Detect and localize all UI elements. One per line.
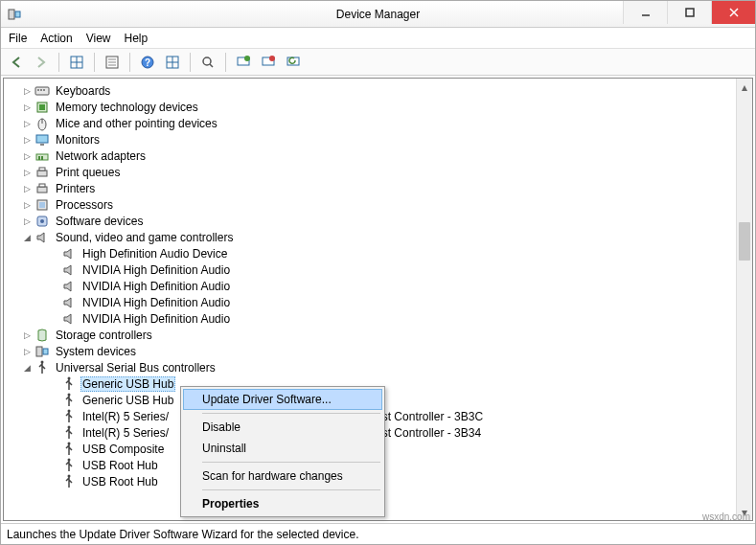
chip-icon — [34, 100, 50, 115]
update-driver-button[interactable] — [234, 53, 253, 72]
usb-icon — [61, 376, 77, 392]
details-button[interactable] — [163, 53, 182, 72]
menu-file[interactable]: File — [9, 32, 27, 45]
watermark: wsxdn.com — [702, 511, 750, 522]
back-button[interactable] — [7, 53, 26, 72]
context-uninstall[interactable]: Uninstall — [183, 438, 382, 459]
close-button[interactable] — [711, 1, 755, 24]
tree-label: Network adapters — [54, 149, 148, 163]
context-properties[interactable]: Properties — [183, 493, 382, 514]
tree-label: Generic USB Hub — [80, 394, 175, 407]
status-bar: Launches the Update Driver Software Wiza… — [1, 523, 755, 544]
scroll-up-button[interactable]: ▴ — [737, 79, 752, 95]
expand-icon[interactable]: ▷ — [21, 151, 33, 161]
expand-icon[interactable]: ▷ — [21, 347, 33, 356]
usb-icon — [61, 474, 77, 489]
scroll-thumb[interactable] — [739, 222, 750, 261]
tree-item-audio-device[interactable]: NVIDIA High Definition Audio — [4, 310, 736, 327]
tree-item-keyboards[interactable]: ▷Keyboards — [4, 82, 736, 99]
expand-icon[interactable]: ▷ — [21, 119, 33, 128]
context-update-driver[interactable]: Update Driver Software... — [183, 389, 382, 410]
tree-label: ost Controller - 3B3C — [376, 410, 483, 423]
monitor-icon — [34, 132, 50, 148]
maximize-button[interactable] — [667, 1, 711, 24]
scan-hardware-button[interactable] — [198, 53, 218, 72]
collapse-icon[interactable]: ◢ — [21, 233, 33, 242]
tree-item-mice[interactable]: ▷Mice and other pointing devices — [4, 115, 736, 131]
toolbar — [1, 49, 755, 76]
tree-label: Mice and other pointing devices — [54, 117, 219, 130]
tree-item-system[interactable]: ▷System devices — [4, 343, 736, 359]
tree-item-processors[interactable]: ▷Processors — [4, 196, 736, 213]
tree-label: Software devices — [54, 215, 145, 228]
tree-label: Storage controllers — [54, 329, 154, 342]
tree-item-printers[interactable]: ▷Printers — [4, 180, 736, 196]
expand-icon[interactable]: ▷ — [21, 184, 33, 193]
minimize-button[interactable] — [623, 1, 667, 24]
tree-item-storage[interactable]: ▷Storage controllers — [4, 327, 736, 343]
usb-icon — [61, 425, 77, 441]
tree-item-audio-device[interactable]: NVIDIA High Definition Audio — [4, 294, 736, 310]
speaker-icon — [61, 279, 77, 294]
vertical-scrollbar[interactable]: ▴ ▾ — [736, 79, 752, 520]
toolbar-separator — [190, 53, 191, 72]
tree-item-audio-device[interactable]: NVIDIA High Definition Audio — [4, 261, 736, 278]
expand-icon[interactable]: ▷ — [21, 216, 33, 226]
tree-item-printqueues[interactable]: ▷Print queues — [4, 164, 736, 180]
expand-icon[interactable]: ▷ — [21, 86, 33, 96]
tree-item-monitors[interactable]: ▷Monitors — [4, 131, 736, 148]
usb-icon — [34, 360, 50, 375]
forward-button[interactable] — [32, 53, 51, 72]
tree-item-usb[interactable]: ◢Universal Serial Bus controllers — [4, 359, 736, 375]
menu-help[interactable]: Help — [125, 32, 149, 45]
toolbar-separator — [129, 53, 130, 72]
expand-icon[interactable]: ▷ — [21, 168, 33, 177]
tree-label: Generic USB Hub — [80, 376, 175, 392]
uninstall-button[interactable] — [259, 53, 278, 72]
tree-item-memory[interactable]: ▷Memory technology devices — [4, 99, 736, 115]
tree-item-audio-device[interactable]: NVIDIA High Definition Audio — [4, 278, 736, 294]
tree-label: USB Root Hub — [80, 475, 160, 488]
properties-button[interactable] — [103, 53, 122, 72]
tree-label: NVIDIA High Definition Audio — [80, 296, 232, 309]
window-title: Device Manager — [336, 8, 420, 21]
tree-label: Sound, video and game controllers — [54, 231, 235, 244]
expand-icon[interactable]: ▷ — [21, 102, 33, 112]
show-hide-tree-button[interactable] — [67, 53, 86, 72]
tree-label: Processors — [54, 198, 115, 212]
speaker-icon — [61, 295, 77, 310]
title-bar[interactable]: Device Manager — [1, 1, 755, 28]
printer-icon — [34, 165, 50, 180]
tree-label: Intel(R) 5 Series/ — [80, 410, 171, 423]
menu-bar: File Action View Help — [1, 28, 755, 49]
help-button[interactable] — [138, 53, 157, 72]
mouse-icon — [34, 116, 50, 131]
tree-label: NVIDIA High Definition Audio — [80, 280, 232, 293]
tree-item-network[interactable]: ▷Network adapters — [4, 148, 736, 164]
expand-icon[interactable]: ▷ — [21, 330, 33, 340]
expand-icon[interactable]: ▷ — [21, 135, 33, 145]
tree-label: Memory technology devices — [54, 101, 200, 114]
context-menu: Update Driver Software... Disable Uninst… — [180, 386, 385, 517]
disable-button[interactable] — [284, 53, 303, 72]
menu-action[interactable]: Action — [40, 32, 72, 45]
svg-rect-39 — [686, 9, 694, 16]
speaker-icon — [34, 230, 50, 245]
toolbar-separator — [225, 53, 226, 72]
menu-view[interactable]: View — [86, 32, 111, 45]
tree-item-audio-device[interactable]: High Definition Audio Device — [4, 245, 736, 261]
collapse-icon[interactable]: ◢ — [21, 363, 33, 373]
context-scan[interactable]: Scan for hardware changes — [183, 466, 382, 487]
expand-icon[interactable]: ▷ — [21, 200, 33, 210]
storage-icon — [34, 328, 50, 343]
printer-icon — [34, 181, 50, 196]
tree-item-software[interactable]: ▷Software devices — [4, 213, 736, 229]
tree-label: USB Composite — [80, 443, 166, 456]
toolbar-separator — [94, 53, 95, 72]
tree-label: NVIDIA High Definition Audio — [80, 312, 232, 326]
context-separator — [202, 489, 380, 490]
tree-label: Universal Serial Bus controllers — [54, 361, 218, 375]
tree-item-sound[interactable]: ◢Sound, video and game controllers — [4, 229, 736, 245]
speaker-icon — [61, 311, 77, 327]
context-disable[interactable]: Disable — [183, 417, 382, 438]
